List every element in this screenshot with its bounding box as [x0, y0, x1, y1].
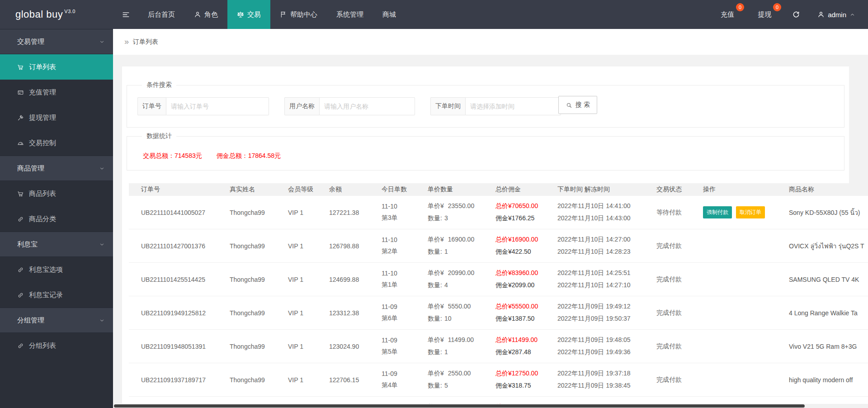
cart-icon — [17, 190, 24, 197]
cell-balance: 123024.90 — [329, 343, 382, 350]
table-row: UB2211101441005027 Thongcha99 VIP 1 1272… — [129, 196, 868, 229]
sidebar-item-trade-control[interactable]: 交易控制 — [0, 130, 113, 156]
search-input[interactable] — [465, 97, 561, 115]
cell-times: 2022年11月10日 14:41:00 2022年11月10日 14:43:0… — [557, 196, 656, 229]
cell-today-orders: 11-09 第5单 — [382, 330, 428, 363]
cancel-order-button[interactable]: 取消订单 — [736, 206, 765, 218]
horizontal-scrollbar-thumb[interactable] — [114, 404, 805, 408]
cell-times: 2022年11月10日 14:27:00 2022年11月10日 14:28:2… — [557, 229, 656, 262]
cell-total-commission: 总价¥55500.00 佣金¥1387.50 — [495, 296, 557, 329]
withdraw-link[interactable]: 提现 0 — [746, 0, 783, 29]
search-field: 用户名称 — [284, 97, 415, 115]
sidebar-group-goods-mgmt[interactable]: 商品管理 — [0, 156, 113, 181]
cell-times: 2022年11月09日 19:37:18 2022年11月09日 19:38:4… — [557, 363, 656, 396]
cell-today-orders: 11-10 第2单 — [382, 229, 428, 262]
chevron-down-icon — [99, 242, 105, 247]
cell-balance: 122706.15 — [329, 376, 382, 384]
cell-balance: 123312.38 — [329, 309, 382, 317]
link-icon — [17, 342, 24, 349]
cell-balance: 124699.88 — [329, 276, 382, 283]
sidebar-item-group-list[interactable]: 分组列表 — [0, 333, 113, 358]
chevron-down-icon — [99, 39, 105, 45]
sidebar-item-label: 商品列表 — [29, 190, 56, 198]
table-column-header: 下单时间 解冻时间 — [557, 185, 656, 194]
sidebar-item-goods-list[interactable]: 商品列表 — [0, 181, 113, 206]
table-column-header: 今日单数 — [382, 185, 428, 194]
cell-total-commission: 总价¥11499.00 佣金¥287.48 — [495, 330, 557, 363]
table-body: UB2211101441005027 Thongcha99 VIP 1 1272… — [129, 196, 868, 408]
topnav-mall[interactable]: 商城 — [373, 0, 406, 29]
table-column-header: 商品名称 — [789, 185, 868, 194]
link-icon — [17, 266, 24, 273]
commission-total-label: 佣金总额： — [217, 152, 248, 159]
search-field-label: 下单时间 — [430, 97, 465, 115]
topbar: global buyV3.0 后台首页 角色 交易 帮助中心 — [0, 0, 868, 29]
sidebar-group-lixibao[interactable]: 利息宝 — [0, 232, 113, 257]
topbar-right: 充值 0 提现 0 admin — [709, 0, 868, 29]
topnav-help-center[interactable]: 帮助中心 — [270, 0, 327, 29]
cell-balance: 127221.38 — [329, 209, 382, 216]
cell-trade-status: 完成付款 — [656, 342, 703, 351]
search-field: 下单时间 — [430, 97, 561, 115]
sidebar-group-group-mgmt[interactable]: 分组管理 — [0, 308, 113, 333]
refresh-icon[interactable] — [783, 0, 809, 29]
sidebar-group-trade-mgmt[interactable]: 交易管理 — [0, 29, 113, 54]
stats-panel: 数据统计 交易总额：714583元佣金总额：17864.58元 — [127, 132, 844, 171]
force-pay-button[interactable]: 强制付款 — [703, 206, 732, 218]
horizontal-scrollbar[interactable] — [113, 404, 868, 408]
cell-total-commission: 总价¥83960.00 佣金¥2099.00 — [495, 263, 557, 296]
sidebar-item-label: 利息宝选项 — [29, 266, 63, 274]
app-logo[interactable]: global buyV3.0 — [0, 0, 113, 29]
cell-real-name: Thongcha99 — [230, 376, 288, 384]
sidebar-item-lixibao-records[interactable]: 利息宝记录 — [0, 282, 113, 308]
topnav-role[interactable]: 角色 — [184, 0, 227, 29]
menu-toggle-icon[interactable] — [113, 0, 138, 29]
search-panel-legend: 条件搜索 — [142, 81, 176, 89]
table-column-header: 订单号 — [129, 185, 230, 194]
sidebar-item-goods-category[interactable]: 商品分类 — [0, 206, 113, 232]
sidebar-item-withdraw-mgmt[interactable]: 提现管理 — [0, 105, 113, 130]
table-column-header: 操作 — [703, 185, 789, 194]
recharge-badge: 0 — [736, 3, 744, 11]
search-panel: 条件搜索 订单号 用户名称 下单时间 — [127, 81, 844, 128]
cell-today-orders: 11-09 第6单 — [382, 296, 428, 329]
sidebar-item-label: 充值管理 — [29, 88, 56, 97]
page-title: 订单列表 — [133, 38, 158, 46]
logo-version: V3.0 — [64, 9, 75, 14]
trade-total-value: 714583元 — [175, 152, 202, 159]
recharge-link[interactable]: 充值 0 — [709, 0, 746, 29]
cart-icon — [17, 64, 24, 71]
content-card: 条件搜索 订单号 用户名称 下单时间 搜 索 — [122, 66, 849, 408]
search-button[interactable]: 搜 索 — [558, 96, 597, 114]
cell-times: 2022年11月09日 19:49:12 2022年11月09日 19:50:3… — [557, 296, 656, 329]
sidebar-item-lixibao-options[interactable]: 利息宝选项 — [0, 257, 113, 282]
cell-real-name: Thongcha99 — [230, 209, 288, 216]
cell-real-name: Thongcha99 — [230, 343, 288, 350]
cell-real-name: Thongcha99 — [230, 309, 288, 317]
chevron-up-icon — [849, 12, 855, 18]
cell-order-no: UB2211101441005027 — [129, 209, 230, 216]
topnav-dashboard[interactable]: 后台首页 — [138, 0, 184, 29]
breadcrumb-icon: » — [124, 37, 129, 47]
search-row: 订单号 用户名称 下单时间 — [137, 97, 844, 115]
table-row: UB2211101425514425 Thongcha99 VIP 1 1246… — [129, 263, 868, 296]
cell-vip-level: VIP 1 — [288, 209, 329, 216]
sidebar-item-order-list[interactable]: 订单列表 — [0, 54, 113, 80]
table-header: 订单号 真实姓名 会员等级 余额 今日单数 单价数量 总价佣金 下单时间 解冻时… — [129, 183, 868, 196]
sidebar-item-label: 提现管理 — [29, 114, 56, 122]
stats-text: 交易总额：714583元佣金总额：17864.58元 — [143, 152, 844, 160]
search-input[interactable] — [166, 97, 269, 115]
table-row: UB2211101427001376 Thongcha99 VIP 1 1267… — [129, 229, 868, 263]
topnav-trade[interactable]: 交易 — [227, 0, 270, 29]
cell-price-qty: 单价¥11499.00 数量:1 — [428, 330, 495, 363]
user-menu[interactable]: admin — [809, 0, 868, 29]
search-input[interactable] — [319, 97, 415, 115]
sidebar-item-recharge-mgmt[interactable]: 充值管理 — [0, 80, 113, 105]
sidebar-item-label: 利息宝 — [17, 240, 38, 249]
cell-actions: 强制付款 取消订单 — [703, 206, 789, 218]
cell-price-qty: 单价¥20990.00 数量:4 — [428, 263, 495, 296]
topnav-system-mgmt[interactable]: 系统管理 — [327, 0, 373, 29]
cell-real-name: Thongcha99 — [230, 276, 288, 283]
cell-today-orders: 11-10 第1单 — [382, 263, 428, 296]
user-icon — [817, 11, 825, 18]
